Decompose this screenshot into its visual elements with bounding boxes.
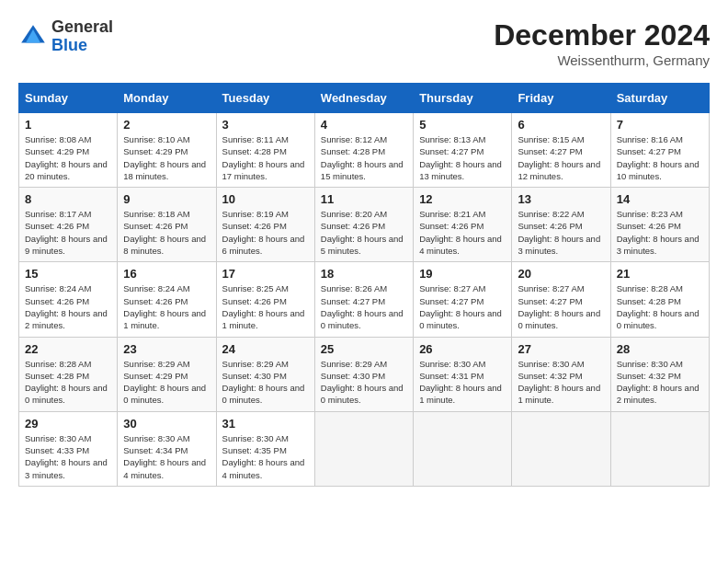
calendar-table: SundayMondayTuesdayWednesdayThursdayFrid…	[18, 83, 710, 487]
day-number: 1	[25, 118, 111, 132]
day-detail: Sunrise: 8:20 AMSunset: 4:26 PMDaylight:…	[321, 208, 407, 257]
weekday-header-friday: Friday	[512, 84, 610, 113]
calendar-cell: 17Sunrise: 8:25 AMSunset: 4:26 PMDayligh…	[216, 262, 314, 337]
calendar-cell	[512, 411, 610, 486]
calendar-cell: 21Sunrise: 8:28 AMSunset: 4:28 PMDayligh…	[610, 262, 709, 337]
calendar-header-row: SundayMondayTuesdayWednesdayThursdayFrid…	[19, 84, 710, 113]
day-number: 30	[123, 417, 210, 431]
day-number: 24	[222, 342, 309, 356]
month-year-title: December 2024	[494, 18, 710, 52]
day-detail: Sunrise: 8:27 AMSunset: 4:27 PMDaylight:…	[518, 282, 604, 331]
calendar-cell: 7Sunrise: 8:16 AMSunset: 4:27 PMDaylight…	[610, 113, 709, 188]
day-number: 19	[419, 267, 506, 281]
day-detail: Sunrise: 8:19 AMSunset: 4:26 PMDaylight:…	[222, 208, 309, 257]
day-number: 4	[321, 118, 407, 132]
day-detail: Sunrise: 8:28 AMSunset: 4:28 PMDaylight:…	[25, 358, 111, 407]
day-detail: Sunrise: 8:30 AMSunset: 4:32 PMDaylight:…	[617, 358, 703, 407]
day-number: 5	[419, 118, 506, 132]
day-detail: Sunrise: 8:10 AMSunset: 4:29 PMDaylight:…	[123, 133, 210, 182]
logo-blue: Blue	[51, 36, 87, 54]
day-detail: Sunrise: 8:30 AMSunset: 4:33 PMDaylight:…	[25, 432, 111, 481]
day-number: 7	[617, 118, 703, 132]
day-number: 6	[518, 118, 604, 132]
day-detail: Sunrise: 8:22 AMSunset: 4:26 PMDaylight:…	[518, 208, 604, 257]
calendar-week-4: 22Sunrise: 8:28 AMSunset: 4:28 PMDayligh…	[19, 337, 710, 411]
weekday-header-monday: Monday	[118, 84, 216, 113]
calendar-cell: 12Sunrise: 8:21 AMSunset: 4:26 PMDayligh…	[414, 188, 512, 262]
day-number: 26	[419, 342, 506, 356]
calendar-cell: 23Sunrise: 8:29 AMSunset: 4:29 PMDayligh…	[118, 337, 216, 411]
day-number: 14	[617, 192, 703, 206]
day-number: 11	[321, 192, 407, 206]
calendar-cell: 3Sunrise: 8:11 AMSunset: 4:28 PMDaylight…	[216, 113, 314, 188]
logo: General Blue	[18, 18, 113, 55]
day-number: 9	[123, 192, 210, 206]
day-detail: Sunrise: 8:30 AMSunset: 4:34 PMDaylight:…	[123, 432, 210, 481]
calendar-cell: 9Sunrise: 8:18 AMSunset: 4:26 PMDaylight…	[118, 188, 216, 262]
calendar-cell: 22Sunrise: 8:28 AMSunset: 4:28 PMDayligh…	[19, 337, 118, 411]
calendar-week-1: 1Sunrise: 8:08 AMSunset: 4:29 PMDaylight…	[19, 113, 710, 188]
calendar-week-2: 8Sunrise: 8:17 AMSunset: 4:26 PMDaylight…	[19, 188, 710, 262]
day-number: 3	[222, 118, 309, 132]
title-area: December 2024 Weissenthurm, Germany	[494, 18, 710, 68]
calendar-cell: 11Sunrise: 8:20 AMSunset: 4:26 PMDayligh…	[314, 188, 413, 262]
calendar-cell: 14Sunrise: 8:23 AMSunset: 4:26 PMDayligh…	[610, 188, 709, 262]
calendar-cell: 25Sunrise: 8:29 AMSunset: 4:30 PMDayligh…	[314, 337, 413, 411]
calendar-cell: 10Sunrise: 8:19 AMSunset: 4:26 PMDayligh…	[216, 188, 314, 262]
calendar-cell: 2Sunrise: 8:10 AMSunset: 4:29 PMDaylight…	[118, 113, 216, 188]
calendar-cell: 1Sunrise: 8:08 AMSunset: 4:29 PMDaylight…	[19, 113, 118, 188]
day-number: 25	[321, 342, 407, 356]
calendar-cell	[414, 411, 512, 486]
day-detail: Sunrise: 8:17 AMSunset: 4:26 PMDaylight:…	[25, 208, 111, 257]
weekday-header-thursday: Thursday	[414, 84, 512, 113]
calendar-cell: 16Sunrise: 8:24 AMSunset: 4:26 PMDayligh…	[118, 262, 216, 337]
day-detail: Sunrise: 8:30 AMSunset: 4:35 PMDaylight:…	[222, 432, 309, 481]
day-detail: Sunrise: 8:29 AMSunset: 4:30 PMDaylight:…	[222, 358, 309, 407]
calendar-cell: 18Sunrise: 8:26 AMSunset: 4:27 PMDayligh…	[314, 262, 413, 337]
calendar-week-5: 29Sunrise: 8:30 AMSunset: 4:33 PMDayligh…	[19, 411, 710, 486]
day-number: 22	[25, 342, 111, 356]
day-detail: Sunrise: 8:23 AMSunset: 4:26 PMDaylight:…	[617, 208, 703, 257]
page-header: General Blue December 2024 Weissenthurm,…	[18, 18, 710, 68]
day-number: 20	[518, 267, 604, 281]
day-detail: Sunrise: 8:29 AMSunset: 4:30 PMDaylight:…	[321, 358, 407, 407]
calendar-cell: 26Sunrise: 8:30 AMSunset: 4:31 PMDayligh…	[414, 337, 512, 411]
day-number: 29	[25, 417, 111, 431]
calendar-cell: 30Sunrise: 8:30 AMSunset: 4:34 PMDayligh…	[118, 411, 216, 486]
day-number: 13	[518, 192, 604, 206]
weekday-header-wednesday: Wednesday	[314, 84, 413, 113]
calendar-cell: 29Sunrise: 8:30 AMSunset: 4:33 PMDayligh…	[19, 411, 118, 486]
calendar-cell: 31Sunrise: 8:30 AMSunset: 4:35 PMDayligh…	[216, 411, 314, 486]
day-detail: Sunrise: 8:13 AMSunset: 4:27 PMDaylight:…	[419, 133, 506, 182]
day-detail: Sunrise: 8:15 AMSunset: 4:27 PMDaylight:…	[518, 133, 604, 182]
logo-icon	[18, 22, 48, 52]
day-detail: Sunrise: 8:11 AMSunset: 4:28 PMDaylight:…	[222, 133, 309, 182]
calendar-cell: 19Sunrise: 8:27 AMSunset: 4:27 PMDayligh…	[414, 262, 512, 337]
day-number: 31	[222, 417, 309, 431]
weekday-header-saturday: Saturday	[610, 84, 709, 113]
day-detail: Sunrise: 8:24 AMSunset: 4:26 PMDaylight:…	[25, 282, 111, 331]
day-number: 15	[25, 267, 111, 281]
day-detail: Sunrise: 8:18 AMSunset: 4:26 PMDaylight:…	[123, 208, 210, 257]
day-number: 23	[123, 342, 210, 356]
calendar-cell: 13Sunrise: 8:22 AMSunset: 4:26 PMDayligh…	[512, 188, 610, 262]
day-number: 18	[321, 267, 407, 281]
calendar-cell: 4Sunrise: 8:12 AMSunset: 4:28 PMDaylight…	[314, 113, 413, 188]
calendar-cell: 15Sunrise: 8:24 AMSunset: 4:26 PMDayligh…	[19, 262, 118, 337]
day-detail: Sunrise: 8:26 AMSunset: 4:27 PMDaylight:…	[321, 282, 407, 331]
day-detail: Sunrise: 8:25 AMSunset: 4:26 PMDaylight:…	[222, 282, 309, 331]
day-detail: Sunrise: 8:12 AMSunset: 4:28 PMDaylight:…	[321, 133, 407, 182]
weekday-header-sunday: Sunday	[19, 84, 118, 113]
day-number: 21	[617, 267, 703, 281]
calendar-cell: 24Sunrise: 8:29 AMSunset: 4:30 PMDayligh…	[216, 337, 314, 411]
day-detail: Sunrise: 8:27 AMSunset: 4:27 PMDaylight:…	[419, 282, 506, 331]
logo-general: General	[51, 17, 113, 36]
calendar-cell: 5Sunrise: 8:13 AMSunset: 4:27 PMDaylight…	[414, 113, 512, 188]
day-detail: Sunrise: 8:24 AMSunset: 4:26 PMDaylight:…	[123, 282, 210, 331]
day-number: 17	[222, 267, 309, 281]
calendar-week-3: 15Sunrise: 8:24 AMSunset: 4:26 PMDayligh…	[19, 262, 710, 337]
day-detail: Sunrise: 8:21 AMSunset: 4:26 PMDaylight:…	[419, 208, 506, 257]
calendar-cell: 20Sunrise: 8:27 AMSunset: 4:27 PMDayligh…	[512, 262, 610, 337]
day-detail: Sunrise: 8:29 AMSunset: 4:29 PMDaylight:…	[123, 358, 210, 407]
day-number: 28	[617, 342, 703, 356]
